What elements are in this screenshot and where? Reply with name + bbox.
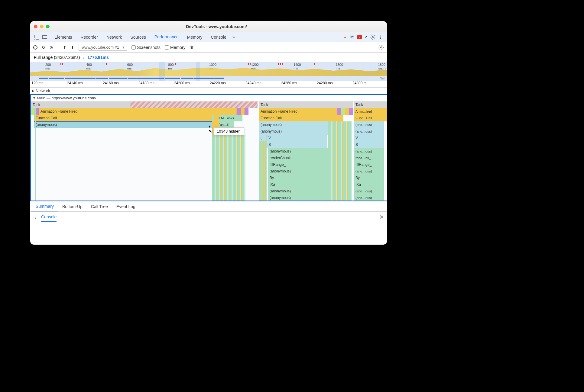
record-button[interactable]	[33, 45, 37, 50]
flame-aff-short[interactable]: Anim…ired	[354, 108, 387, 115]
tab-sources[interactable]: Sources	[126, 32, 150, 42]
flame-fc[interactable]: Function Call	[34, 115, 212, 121]
perf-settings-icon[interactable]	[378, 45, 384, 50]
flame-s[interactable]: S	[354, 141, 384, 148]
warning-count: 35	[350, 35, 354, 39]
flame-anon-short[interactable]: (ano…ous)	[354, 121, 384, 128]
flame-anon[interactable]: (anonymous)	[259, 128, 328, 135]
breadcrumb-full[interactable]: Full range (34307.26ms)	[34, 55, 80, 60]
clear-button[interactable]: ⊘	[50, 45, 53, 50]
flame-anon[interactable]: (anonymous)	[268, 188, 328, 194]
minimize-icon[interactable]	[40, 25, 44, 28]
inspect-icon[interactable]	[34, 35, 39, 40]
tab-network[interactable]: Network	[102, 32, 126, 42]
more-tabs-icon[interactable]: »	[232, 35, 235, 40]
flame-ixa[interactable]: IXa	[268, 181, 328, 188]
net-label: NET	[380, 77, 386, 80]
flame-anon-short[interactable]: (ano…ous)	[354, 168, 384, 175]
breadcrumb: Full range (34307.26ms) › 1776.91ms	[30, 53, 387, 62]
flame-ixa[interactable]: IXa	[354, 181, 384, 188]
flame-anon-short[interactable]: (ano…ous)	[354, 194, 384, 201]
cursor-icon: ▾⬉	[209, 124, 212, 133]
tab-eventlog[interactable]: Event Log	[112, 201, 140, 212]
time-ruler[interactable]: 120 ms 24140 ms 24160 ms 24180 ms 24200 …	[30, 81, 387, 88]
devtools-window: DevTools - www.youtube.com/ Elements Rec…	[30, 21, 387, 245]
tab-calltree[interactable]: Call Tree	[87, 201, 112, 212]
kebab-icon[interactable]: ⋮	[33, 215, 37, 220]
panel-tabs: Elements Recorder Network Sources Perfor…	[30, 32, 387, 42]
flame-s[interactable]: S	[267, 141, 327, 148]
flame-v[interactable]: V	[267, 135, 327, 141]
flame-chart[interactable]: Task Animation Frame Fired Function Call…	[31, 101, 387, 201]
tab-performance[interactable]: Performance	[150, 32, 183, 42]
tab-bottomup[interactable]: Bottom-Up	[58, 201, 87, 212]
flame-anon-selected[interactable]: (anonymous)	[34, 121, 212, 128]
error-count: 2	[365, 35, 367, 39]
tooltip: 10343 hidden	[213, 127, 244, 135]
settings-icon[interactable]	[370, 34, 375, 40]
chevron-right-icon: ›	[83, 55, 85, 60]
flame-by[interactable]: By	[354, 175, 384, 181]
network-track: ▶Network	[30, 88, 387, 94]
flame-fillrange[interactable]: fillRange_	[268, 161, 328, 168]
kebab-icon[interactable]: ⋮	[378, 35, 383, 40]
console-tab[interactable]: Console	[41, 214, 57, 222]
zoom-icon[interactable]	[46, 25, 50, 28]
traffic-lights	[34, 25, 50, 28]
close-icon[interactable]	[34, 25, 37, 28]
window-title: DevTools - www.youtube.com/	[50, 24, 383, 29]
overview-timeline[interactable]: 200 ms 400 ms 600 ms 800 ms 1000 ms 1200…	[30, 62, 387, 81]
flame-anon[interactable]: (anonymous)	[268, 148, 328, 155]
main-track-header[interactable]: ▼Main — https://www.youtube.com/	[31, 95, 387, 101]
cpu-label: CPU	[379, 68, 386, 71]
tab-recorder[interactable]: Recorder	[76, 32, 102, 42]
console-drawer: ⋮ Console ✕	[30, 211, 387, 222]
svg-point-0	[372, 36, 374, 38]
flame-fillrange[interactable]: fillRange_	[354, 161, 384, 168]
breadcrumb-current[interactable]: 1776.91ms	[87, 55, 109, 60]
flame-task[interactable]: Task	[259, 101, 353, 108]
flame-anon-short[interactable]: (ano…ous)	[354, 188, 384, 194]
main-track: ▼Main — https://www.youtube.com/ Task An…	[30, 94, 387, 201]
tab-summary[interactable]: Summary	[31, 201, 58, 212]
svg-point-1	[381, 47, 382, 48]
upload-button[interactable]: ⬆	[63, 45, 67, 50]
tab-memory[interactable]: Memory	[183, 32, 207, 42]
flame-task-long[interactable]	[131, 101, 258, 108]
flame-renderchunk[interactable]: renderChunk_	[268, 155, 328, 161]
screenshots-checkbox[interactable]: Screenshots	[131, 45, 161, 50]
flame-task[interactable]: Task	[354, 101, 387, 108]
perf-toolbar: ↻ ⊘ | ⬆ ⬇ www.youtube.com #1 Screenshots…	[30, 42, 387, 53]
flame-anon[interactable]: (anonymous)	[268, 194, 328, 201]
details-tabs: Summary Bottom-Up Call Tree Event Log	[30, 201, 387, 211]
close-icon[interactable]: ✕	[379, 214, 384, 220]
reload-button[interactable]: ↻	[42, 45, 45, 50]
flame-fc-short[interactable]: Func…Call	[354, 115, 387, 121]
titlebar: DevTools - www.youtube.com/	[30, 21, 387, 32]
device-toolbar-icon[interactable]	[42, 35, 47, 39]
flame-v[interactable]: V	[354, 135, 384, 141]
flame-anon[interactable]: (anonymous)	[268, 168, 328, 175]
network-track-header[interactable]: ▶Network	[30, 88, 387, 94]
flame-task[interactable]: Task	[31, 101, 131, 108]
flame-dots[interactable]: (…	[259, 135, 267, 141]
flame-by[interactable]: By	[268, 175, 328, 181]
warning-icon[interactable]: ▲	[343, 35, 347, 39]
memory-checkbox[interactable]: Memory	[165, 45, 186, 50]
flame-aff[interactable]: Animation Frame Fired	[39, 108, 237, 115]
flame-anon[interactable]: (anonymous)	[259, 121, 328, 128]
download-button[interactable]: ⬇	[71, 45, 74, 50]
tab-elements[interactable]: Elements	[50, 32, 76, 42]
flame-fc[interactable]: Function Call	[259, 115, 343, 121]
flame-aff[interactable]: Animation Frame Fired	[259, 108, 337, 115]
flame-anon-short[interactable]: (ano…ous)	[354, 128, 384, 135]
flame-renderchunk-short[interactable]: rend…nk_	[354, 155, 384, 161]
flame-anon-short[interactable]: (ano…ous)	[354, 148, 384, 155]
tab-console[interactable]: Console	[206, 32, 230, 42]
garbage-icon[interactable]: 🗑	[190, 45, 194, 50]
profile-select[interactable]: www.youtube.com #1	[79, 44, 128, 51]
error-icon[interactable]: ×	[357, 35, 362, 39]
